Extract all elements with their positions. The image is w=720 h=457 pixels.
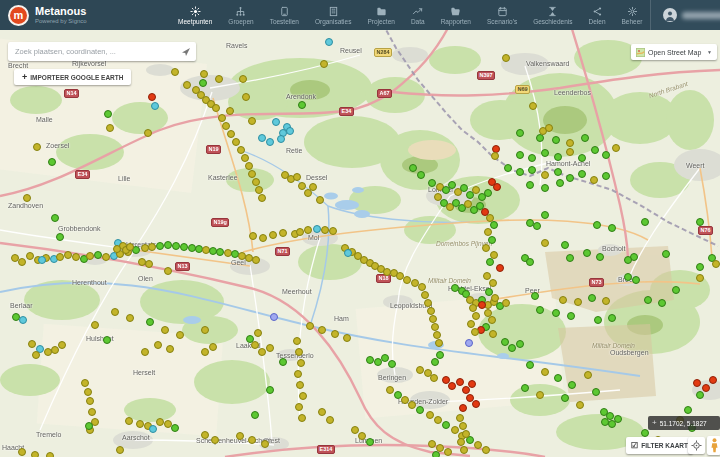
measurement-point-marker[interactable] <box>696 218 705 227</box>
measurement-point-marker[interactable] <box>584 371 593 380</box>
measurement-point-marker[interactable] <box>81 379 90 388</box>
measurement-point-marker[interactable] <box>266 344 275 353</box>
measurement-point-marker[interactable] <box>421 291 430 300</box>
measurement-point-marker[interactable] <box>164 267 173 276</box>
measurement-point-marker[interactable] <box>490 221 499 230</box>
measurement-point-marker[interactable] <box>409 164 418 173</box>
measurement-point-marker[interactable] <box>590 176 599 185</box>
measurement-point-marker[interactable] <box>528 166 537 175</box>
measurement-point-marker[interactable] <box>482 244 491 253</box>
measurement-point-marker[interactable] <box>541 184 550 193</box>
measurement-point-marker[interactable] <box>239 75 248 84</box>
measurement-point-marker[interactable] <box>442 421 451 430</box>
measurement-point-marker[interactable] <box>556 179 565 188</box>
measurement-point-marker[interactable] <box>608 314 617 323</box>
measurement-point-marker[interactable] <box>467 320 476 329</box>
measurement-point-marker[interactable] <box>662 250 671 259</box>
measurement-point-marker[interactable] <box>424 299 433 308</box>
brand[interactable]: m Metanous Powered by Signco <box>0 5 158 26</box>
measurement-point-marker[interactable] <box>154 341 163 350</box>
measurement-point-marker[interactable] <box>126 314 135 323</box>
measurement-point-marker[interactable] <box>502 299 511 308</box>
measurement-point-marker[interactable] <box>693 379 702 388</box>
measurement-point-marker[interactable] <box>298 101 307 110</box>
measurement-point-marker[interactable] <box>248 436 257 445</box>
measurement-point-marker[interactable] <box>64 251 73 260</box>
measurement-point-marker[interactable] <box>416 406 425 415</box>
measurement-point-marker[interactable] <box>545 124 554 133</box>
measurement-point-marker[interactable] <box>166 345 175 354</box>
measurement-point-marker[interactable] <box>526 258 535 267</box>
measurement-point-marker[interactable] <box>171 424 180 433</box>
measurement-point-marker[interactable] <box>486 258 495 267</box>
measurement-point-marker[interactable] <box>709 376 718 385</box>
measurement-point-marker[interactable] <box>566 139 575 148</box>
measurement-point-marker[interactable] <box>321 226 330 235</box>
measurement-point-marker[interactable] <box>306 322 315 331</box>
measurement-point-marker[interactable] <box>144 129 153 138</box>
measurement-point-marker[interactable] <box>136 420 145 429</box>
measurement-point-marker[interactable] <box>19 316 28 325</box>
measurement-point-marker[interactable] <box>126 243 135 252</box>
measurement-point-marker[interactable] <box>56 233 65 242</box>
measurement-point-marker[interactable] <box>469 304 478 313</box>
measurement-point-marker[interactable] <box>561 394 570 403</box>
measurement-point-marker[interactable] <box>472 400 481 409</box>
measurement-point-marker[interactable] <box>459 422 468 431</box>
measurement-point-marker[interactable] <box>270 313 279 322</box>
measurement-point-marker[interactable] <box>531 292 540 301</box>
measurement-point-marker[interactable] <box>434 416 443 425</box>
measurement-point-marker[interactable] <box>343 334 352 343</box>
measurement-point-marker[interactable] <box>614 415 623 424</box>
measurement-point-marker[interactable] <box>304 189 313 198</box>
measurement-point-marker[interactable] <box>148 243 157 252</box>
measurement-point-marker[interactable] <box>156 418 165 427</box>
measurement-point-marker[interactable] <box>568 381 577 390</box>
measurement-point-marker[interactable] <box>259 234 268 243</box>
measurement-point-marker[interactable] <box>541 149 550 158</box>
measurement-point-marker[interactable] <box>28 340 37 349</box>
measurement-point-marker[interactable] <box>222 122 231 131</box>
measurement-point-marker[interactable] <box>516 129 525 138</box>
measurement-point-marker[interactable] <box>482 446 491 455</box>
measurement-point-marker[interactable] <box>318 408 327 417</box>
measurement-point-marker[interactable] <box>149 425 158 434</box>
measurement-point-marker[interactable] <box>416 366 425 375</box>
measurement-point-marker[interactable] <box>38 256 47 265</box>
measurement-point-marker[interactable] <box>608 224 617 233</box>
measurement-point-marker[interactable] <box>299 392 308 401</box>
measurement-point-marker[interactable] <box>418 283 427 292</box>
measurement-point-marker[interactable] <box>493 183 502 192</box>
measurement-point-marker[interactable] <box>526 361 535 370</box>
measurement-point-marker[interactable] <box>88 408 97 417</box>
measurement-point-marker[interactable] <box>296 228 305 237</box>
measurement-point-marker[interactable] <box>277 135 286 144</box>
nav-item-meetpunten[interactable]: Meetpunten <box>170 0 220 30</box>
measurement-point-marker[interactable] <box>151 102 160 111</box>
measurement-point-marker[interactable] <box>566 254 575 263</box>
measurement-point-marker[interactable] <box>85 422 94 431</box>
measurement-point-marker[interactable] <box>516 168 525 177</box>
measurement-point-marker[interactable] <box>488 316 497 325</box>
measurement-point-marker[interactable] <box>641 429 650 438</box>
measurement-point-marker[interactable] <box>696 274 705 283</box>
measurement-point-marker[interactable] <box>602 297 611 306</box>
nav-item-delen[interactable]: Delen <box>581 0 614 30</box>
measurement-point-marker[interactable] <box>591 146 600 155</box>
measurement-point-marker[interactable] <box>502 54 511 63</box>
measurement-point-marker[interactable] <box>216 248 225 257</box>
measurement-point-marker[interactable] <box>541 239 550 248</box>
measurement-point-marker[interactable] <box>468 380 477 389</box>
measurement-point-marker[interactable] <box>227 130 236 139</box>
measurement-point-marker[interactable] <box>18 258 27 267</box>
measurement-point-marker[interactable] <box>251 341 260 350</box>
measurement-point-marker[interactable] <box>241 154 250 163</box>
measurement-point-marker[interactable] <box>471 328 480 337</box>
measurement-point-marker[interactable] <box>249 232 258 241</box>
measurement-point-marker[interactable] <box>316 196 325 205</box>
measurement-point-marker[interactable] <box>696 391 705 400</box>
measurement-point-marker[interactable] <box>602 151 611 160</box>
measurement-point-marker[interactable] <box>32 351 41 360</box>
measurement-point-marker[interactable] <box>237 146 246 155</box>
measurement-point-marker[interactable] <box>358 432 367 441</box>
